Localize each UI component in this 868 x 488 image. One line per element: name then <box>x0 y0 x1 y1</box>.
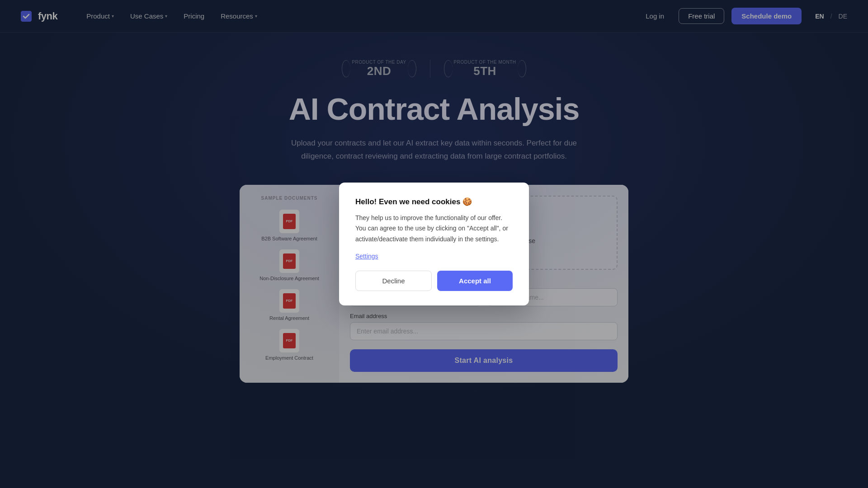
cookie-buttons: Decline Accept all <box>355 271 513 291</box>
cookie-body: They help us to improve the functionalit… <box>355 213 513 244</box>
cookie-modal-overlay: Hello! Even we need cookies 🍪 They help … <box>0 0 868 488</box>
cookie-settings-link[interactable]: Settings <box>355 253 513 260</box>
cookie-modal: Hello! Even we need cookies 🍪 They help … <box>339 183 529 305</box>
cookie-title: Hello! Even we need cookies 🍪 <box>355 197 513 206</box>
accept-all-button[interactable]: Accept all <box>437 271 513 291</box>
decline-button[interactable]: Decline <box>355 271 432 291</box>
